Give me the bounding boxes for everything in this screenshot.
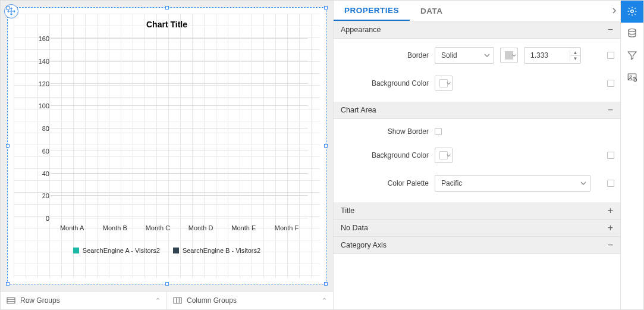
border-width-field[interactable]: 1.333 ▲▼ xyxy=(524,47,581,64)
legend-swatch xyxy=(73,248,79,253)
bgcolor-expression-checkbox[interactable] xyxy=(607,80,614,87)
prop-row-color-palette: Color Palette Pacific xyxy=(340,175,614,192)
prop-row-bgcolor: Background Color xyxy=(340,76,614,91)
x-tick-label: Month D xyxy=(180,224,222,231)
border-label: Border xyxy=(340,51,429,60)
y-tick-label: 40 xyxy=(27,170,49,177)
resize-handle[interactable] xyxy=(6,6,10,10)
border-style-value: Solid xyxy=(441,51,457,60)
plus-icon: + xyxy=(608,223,613,233)
border-style-select[interactable]: Solid xyxy=(435,47,494,64)
resize-handle[interactable] xyxy=(324,282,328,286)
resize-handle[interactable] xyxy=(165,6,169,10)
color-palette-label: Color Palette xyxy=(340,179,429,187)
groups-bar: Row Groups ⌃ Column Groups ⌃ xyxy=(1,291,334,309)
image-settings-icon xyxy=(627,72,637,83)
chevron-down-icon xyxy=(512,54,516,58)
section-title: Title xyxy=(341,206,354,215)
bgcolor-label: Background Color xyxy=(340,79,429,87)
border-expression-checkbox[interactable] xyxy=(607,52,614,59)
section-header-title[interactable]: Title + xyxy=(334,202,620,220)
y-tick-label: 80 xyxy=(27,125,49,132)
rows-icon xyxy=(7,297,15,304)
resize-handle[interactable] xyxy=(165,282,169,286)
tab-properties[interactable]: PROPERTIES xyxy=(334,1,410,21)
legend-swatch xyxy=(173,248,179,253)
section-header-appearance[interactable]: Appearance − xyxy=(334,21,620,39)
color-palette-select[interactable]: Pacific xyxy=(435,175,590,192)
section-header-chart-area[interactable]: Chart Area − xyxy=(334,102,620,119)
y-tick-label: 100 xyxy=(27,102,49,109)
side-rail xyxy=(621,1,643,309)
section-title: Chart Area xyxy=(341,106,376,114)
x-tick-label: Month F xyxy=(265,224,308,231)
legend-item[interactable]: SearchEngine B - Visitors2 xyxy=(173,247,260,254)
prop-row-ca-bgcolor: Background Color xyxy=(340,148,614,163)
spin-down-icon[interactable]: ▼ xyxy=(570,56,580,61)
filter-icon xyxy=(627,50,637,61)
resize-handle[interactable] xyxy=(324,144,328,148)
minus-icon: − xyxy=(608,24,613,35)
properties-panel: PROPERTIES DATA Appearance − Border Soli… xyxy=(334,1,621,309)
border-color-picker[interactable] xyxy=(500,48,518,63)
panel-tabs: PROPERTIES DATA xyxy=(334,1,620,21)
rail-properties-button[interactable] xyxy=(621,1,643,23)
svg-point-2 xyxy=(631,10,634,13)
ca-bgcolor-picker[interactable] xyxy=(435,148,453,163)
prop-row-border: Border Solid 1.333 ▲▼ xyxy=(340,47,614,64)
chart-container[interactable]: Chart Title 020406080100120140160 Month … xyxy=(14,14,320,278)
spin-up-icon[interactable]: ▲ xyxy=(570,50,580,56)
y-tick-label: 120 xyxy=(27,80,49,87)
spinner[interactable]: ▲▼ xyxy=(570,50,580,61)
selection-frame[interactable]: Chart Title 020406080100120140160 Month … xyxy=(7,7,326,284)
y-tick-label: 160 xyxy=(27,35,49,42)
svg-rect-0 xyxy=(7,298,15,303)
chevron-down-icon xyxy=(580,180,586,186)
app-root: Chart Title 020406080100120140160 Month … xyxy=(0,0,644,310)
legend-label: SearchEngine B - Visitors2 xyxy=(183,247,260,254)
y-tick-label: 20 xyxy=(27,192,49,199)
resize-handle[interactable] xyxy=(6,144,10,148)
bgcolor-picker[interactable] xyxy=(435,76,453,91)
rail-image-button[interactable] xyxy=(621,67,643,89)
rail-filter-button[interactable] xyxy=(621,45,643,67)
prop-row-show-border: Show Border xyxy=(340,127,614,136)
panel-collapse-button[interactable] xyxy=(607,1,620,21)
section-header-no-data[interactable]: No Data + xyxy=(334,220,620,237)
minus-icon: − xyxy=(608,240,613,250)
color-palette-value: Pacific xyxy=(441,179,462,187)
collapse-icon[interactable]: ⌃ xyxy=(155,297,161,305)
legend-item[interactable]: SearchEngine A - Visitors2 xyxy=(73,247,160,254)
y-tick-label: 140 xyxy=(27,58,49,65)
row-groups-cell[interactable]: Row Groups ⌃ xyxy=(1,292,167,309)
tab-data[interactable]: DATA xyxy=(410,1,454,21)
x-tick-label: Month E xyxy=(222,224,265,231)
chart-legend: SearchEngine A - Visitors2SearchEngine B… xyxy=(14,247,320,254)
ca-bgcolor-expression-checkbox[interactable] xyxy=(607,152,614,159)
y-tick-label: 60 xyxy=(27,148,49,155)
bars-group xyxy=(51,39,308,218)
row-groups-label: Row Groups xyxy=(20,296,60,305)
resize-handle[interactable] xyxy=(6,282,10,286)
border-width-value: 1.333 xyxy=(524,51,570,60)
minus-icon: − xyxy=(608,105,613,115)
collapse-icon[interactable]: ⌃ xyxy=(322,297,327,305)
resize-handle[interactable] xyxy=(324,6,328,10)
right-pane: PROPERTIES DATA Appearance − Border Soli… xyxy=(334,1,643,309)
svg-point-3 xyxy=(629,29,636,32)
x-tick-label: Month C xyxy=(136,224,179,231)
column-groups-label: Column Groups xyxy=(187,296,237,305)
legend-label: SearchEngine A - Visitors2 xyxy=(83,247,160,254)
svg-point-5 xyxy=(630,76,632,77)
column-groups-cell[interactable]: Column Groups ⌃ xyxy=(167,292,333,309)
plus-icon: + xyxy=(608,205,613,216)
chevron-down-icon xyxy=(447,154,451,158)
y-axis: 020406080100120140160 xyxy=(27,39,49,218)
plot-area: 020406080100120140160 xyxy=(51,39,308,218)
color-palette-expression-checkbox[interactable] xyxy=(607,180,614,187)
show-border-checkbox[interactable] xyxy=(435,128,442,135)
chart-title: Chart Title xyxy=(14,14,320,29)
rail-data-button[interactable] xyxy=(621,23,643,45)
canvas[interactable]: Chart Title 020406080100120140160 Month … xyxy=(1,1,334,291)
section-header-category-axis[interactable]: Category Axis − xyxy=(334,237,620,254)
